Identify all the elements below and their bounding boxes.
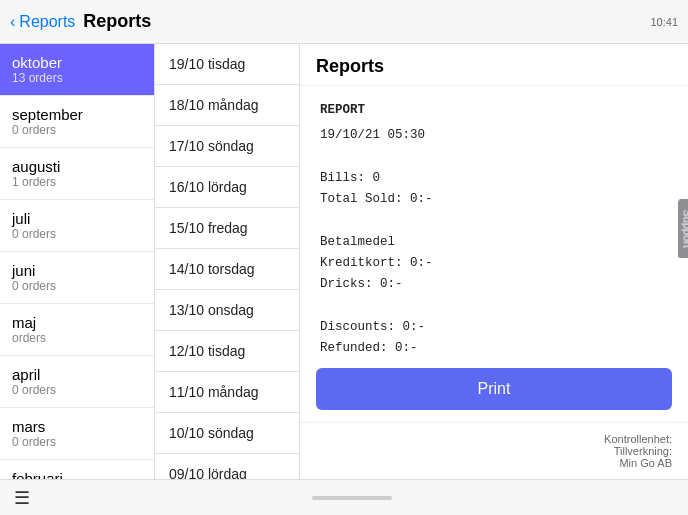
month-name: april bbox=[12, 366, 142, 383]
date-item[interactable]: 12/10 tisdag bbox=[155, 331, 299, 372]
report-line bbox=[320, 295, 668, 316]
report-timestamp: 19/10/21 05:30 bbox=[320, 125, 668, 146]
date-item[interactable]: 17/10 söndag bbox=[155, 126, 299, 167]
date-item[interactable]: 16/10 lördag bbox=[155, 167, 299, 208]
date-item[interactable]: 09/10 lördag bbox=[155, 454, 299, 479]
report-line: Dricks: 0:- bbox=[320, 274, 668, 295]
order-count: 0 orders bbox=[12, 227, 142, 241]
order-count: 1 orders bbox=[12, 175, 142, 189]
report-line: Total Sold: 0:- bbox=[320, 189, 668, 210]
report-title: REPORT bbox=[320, 100, 668, 121]
order-count: 0 orders bbox=[12, 435, 142, 449]
sidebar-item-juni[interactable]: juni 0 orders bbox=[0, 252, 154, 304]
sidebar-item-september[interactable]: september 0 orders bbox=[0, 96, 154, 148]
date-item[interactable]: 19/10 tisdag bbox=[155, 44, 299, 85]
report-line: Kreditkort: 0:- bbox=[320, 253, 668, 274]
print-button[interactable]: Print bbox=[316, 368, 672, 410]
report-line bbox=[320, 210, 668, 231]
month-name: juli bbox=[12, 210, 142, 227]
date-list: 19/10 tisdag18/10 måndag17/10 söndag16/1… bbox=[155, 44, 300, 479]
sidebar: oktober 13 orders september 0 orders aug… bbox=[0, 44, 155, 479]
sidebar-item-maj[interactable]: maj orders bbox=[0, 304, 154, 356]
date-item[interactable]: 11/10 måndag bbox=[155, 372, 299, 413]
month-name: oktober bbox=[12, 54, 142, 71]
month-name: juni bbox=[12, 262, 142, 279]
footer-line1: Kontrollenhet: bbox=[316, 433, 672, 445]
month-name: maj bbox=[12, 314, 142, 331]
support-tab[interactable]: Support bbox=[678, 199, 688, 258]
date-item[interactable]: 10/10 söndag bbox=[155, 413, 299, 454]
date-item[interactable]: 18/10 måndag bbox=[155, 85, 299, 126]
report-line bbox=[320, 359, 668, 368]
report-line bbox=[320, 147, 668, 168]
report-content: REPORT 19/10/21 05:30 Bills: 0Total Sold… bbox=[300, 86, 688, 368]
main-layout: oktober 13 orders september 0 orders aug… bbox=[0, 44, 688, 479]
time-display: 10:41 bbox=[650, 16, 678, 28]
back-button[interactable]: ‹ Reports bbox=[10, 13, 75, 31]
order-count: orders bbox=[12, 331, 142, 345]
order-count: 0 orders bbox=[12, 279, 142, 293]
home-indicator bbox=[312, 496, 392, 500]
bottom-bar: ☰ bbox=[0, 479, 688, 515]
sidebar-item-oktober[interactable]: oktober 13 orders bbox=[0, 44, 154, 96]
order-count: 0 orders bbox=[12, 383, 142, 397]
report-line: Refunded: 0:- bbox=[320, 338, 668, 359]
footer-line2: Tillverkning: bbox=[316, 445, 672, 457]
report-line: Discounts: 0:- bbox=[320, 317, 668, 338]
sidebar-item-augusti[interactable]: augusti 1 orders bbox=[0, 148, 154, 200]
sidebar-item-juli[interactable]: juli 0 orders bbox=[0, 200, 154, 252]
bottom-bar-center bbox=[30, 496, 674, 500]
report-line: Betalmedel bbox=[320, 232, 668, 253]
back-arrow-icon: ‹ bbox=[10, 13, 15, 31]
order-count: 0 orders bbox=[12, 123, 142, 137]
support-label: Support bbox=[682, 209, 688, 248]
status-bar: 10:41 bbox=[650, 16, 678, 28]
back-label: Reports bbox=[19, 13, 75, 31]
date-item[interactable]: 13/10 onsdag bbox=[155, 290, 299, 331]
order-count: 13 orders bbox=[12, 71, 142, 85]
report-lines: Bills: 0Total Sold: 0:- BetalmedelKredit… bbox=[320, 147, 668, 369]
month-name: mars bbox=[12, 418, 142, 435]
hamburger-menu-icon[interactable]: ☰ bbox=[14, 487, 30, 509]
page-title: Reports bbox=[83, 11, 151, 32]
date-item[interactable]: 14/10 torsdag bbox=[155, 249, 299, 290]
report-footer: Kontrollenhet: Tillverkning: Min Go AB bbox=[300, 422, 688, 479]
sidebar-item-februari[interactable]: februari orders bbox=[0, 460, 154, 479]
footer-line3: Min Go AB bbox=[316, 457, 672, 469]
report-panel-header: Reports bbox=[300, 44, 688, 86]
report-line: Bills: 0 bbox=[320, 168, 668, 189]
report-panel: Reports REPORT 19/10/21 05:30 Bills: 0To… bbox=[300, 44, 688, 479]
top-bar: ‹ Reports Reports 10:41 bbox=[0, 0, 688, 44]
month-name: februari bbox=[12, 470, 142, 479]
date-item[interactable]: 15/10 fredag bbox=[155, 208, 299, 249]
sidebar-item-mars[interactable]: mars 0 orders bbox=[0, 408, 154, 460]
month-name: september bbox=[12, 106, 142, 123]
sidebar-item-april[interactable]: april 0 orders bbox=[0, 356, 154, 408]
month-name: augusti bbox=[12, 158, 142, 175]
